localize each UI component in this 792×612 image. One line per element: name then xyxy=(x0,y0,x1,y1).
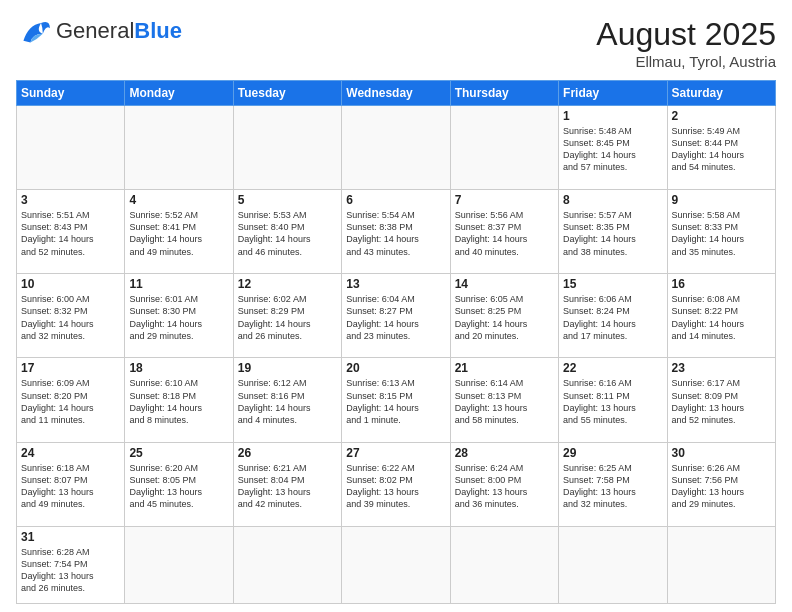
calendar-title: August 2025 xyxy=(596,16,776,53)
day-number: 31 xyxy=(21,530,120,544)
table-row: 7Sunrise: 5:56 AM Sunset: 8:37 PM Daylig… xyxy=(450,190,558,274)
day-number: 27 xyxy=(346,446,445,460)
day-number: 2 xyxy=(672,109,771,123)
col-saturday: Saturday xyxy=(667,81,775,106)
col-tuesday: Tuesday xyxy=(233,81,341,106)
table-row xyxy=(233,106,341,190)
day-number: 12 xyxy=(238,277,337,291)
calendar-row: 3Sunrise: 5:51 AM Sunset: 8:43 PM Daylig… xyxy=(17,190,776,274)
table-row: 11Sunrise: 6:01 AM Sunset: 8:30 PM Dayli… xyxy=(125,274,233,358)
day-info: Sunrise: 6:16 AM Sunset: 8:11 PM Dayligh… xyxy=(563,377,662,426)
day-info: Sunrise: 5:49 AM Sunset: 8:44 PM Dayligh… xyxy=(672,125,771,174)
table-row xyxy=(450,106,558,190)
day-number: 5 xyxy=(238,193,337,207)
day-number: 3 xyxy=(21,193,120,207)
day-number: 17 xyxy=(21,361,120,375)
table-row: 25Sunrise: 6:20 AM Sunset: 8:05 PM Dayli… xyxy=(125,442,233,526)
table-row: 15Sunrise: 6:06 AM Sunset: 8:24 PM Dayli… xyxy=(559,274,667,358)
day-number: 10 xyxy=(21,277,120,291)
day-info: Sunrise: 6:24 AM Sunset: 8:00 PM Dayligh… xyxy=(455,462,554,511)
header: GeneralBlue August 2025 Ellmau, Tyrol, A… xyxy=(16,16,776,70)
table-row: 18Sunrise: 6:10 AM Sunset: 8:18 PM Dayli… xyxy=(125,358,233,442)
table-row xyxy=(125,106,233,190)
day-info: Sunrise: 5:54 AM Sunset: 8:38 PM Dayligh… xyxy=(346,209,445,258)
col-wednesday: Wednesday xyxy=(342,81,450,106)
day-number: 7 xyxy=(455,193,554,207)
table-row: 8Sunrise: 5:57 AM Sunset: 8:35 PM Daylig… xyxy=(559,190,667,274)
day-info: Sunrise: 6:14 AM Sunset: 8:13 PM Dayligh… xyxy=(455,377,554,426)
table-row xyxy=(667,526,775,603)
table-row: 31Sunrise: 6:28 AM Sunset: 7:54 PM Dayli… xyxy=(17,526,125,603)
day-number: 22 xyxy=(563,361,662,375)
table-row xyxy=(342,106,450,190)
col-sunday: Sunday xyxy=(17,81,125,106)
logo-icon xyxy=(16,16,52,46)
table-row: 23Sunrise: 6:17 AM Sunset: 8:09 PM Dayli… xyxy=(667,358,775,442)
col-friday: Friday xyxy=(559,81,667,106)
day-number: 29 xyxy=(563,446,662,460)
calendar-row: 17Sunrise: 6:09 AM Sunset: 8:20 PM Dayli… xyxy=(17,358,776,442)
day-info: Sunrise: 6:06 AM Sunset: 8:24 PM Dayligh… xyxy=(563,293,662,342)
day-number: 30 xyxy=(672,446,771,460)
day-number: 6 xyxy=(346,193,445,207)
day-info: Sunrise: 6:09 AM Sunset: 8:20 PM Dayligh… xyxy=(21,377,120,426)
day-info: Sunrise: 6:21 AM Sunset: 8:04 PM Dayligh… xyxy=(238,462,337,511)
table-row xyxy=(17,106,125,190)
day-info: Sunrise: 6:26 AM Sunset: 7:56 PM Dayligh… xyxy=(672,462,771,511)
day-info: Sunrise: 5:58 AM Sunset: 8:33 PM Dayligh… xyxy=(672,209,771,258)
day-number: 20 xyxy=(346,361,445,375)
day-number: 21 xyxy=(455,361,554,375)
table-row: 19Sunrise: 6:12 AM Sunset: 8:16 PM Dayli… xyxy=(233,358,341,442)
day-number: 11 xyxy=(129,277,228,291)
day-info: Sunrise: 6:12 AM Sunset: 8:16 PM Dayligh… xyxy=(238,377,337,426)
day-info: Sunrise: 6:04 AM Sunset: 8:27 PM Dayligh… xyxy=(346,293,445,342)
logo-text: GeneralBlue xyxy=(56,18,182,44)
table-row: 28Sunrise: 6:24 AM Sunset: 8:00 PM Dayli… xyxy=(450,442,558,526)
day-info: Sunrise: 5:56 AM Sunset: 8:37 PM Dayligh… xyxy=(455,209,554,258)
day-number: 13 xyxy=(346,277,445,291)
table-row xyxy=(450,526,558,603)
col-monday: Monday xyxy=(125,81,233,106)
day-number: 14 xyxy=(455,277,554,291)
table-row: 3Sunrise: 5:51 AM Sunset: 8:43 PM Daylig… xyxy=(17,190,125,274)
day-number: 8 xyxy=(563,193,662,207)
calendar-header-row: Sunday Monday Tuesday Wednesday Thursday… xyxy=(17,81,776,106)
table-row: 22Sunrise: 6:16 AM Sunset: 8:11 PM Dayli… xyxy=(559,358,667,442)
day-number: 19 xyxy=(238,361,337,375)
day-info: Sunrise: 5:48 AM Sunset: 8:45 PM Dayligh… xyxy=(563,125,662,174)
day-info: Sunrise: 5:53 AM Sunset: 8:40 PM Dayligh… xyxy=(238,209,337,258)
table-row: 21Sunrise: 6:14 AM Sunset: 8:13 PM Dayli… xyxy=(450,358,558,442)
table-row: 16Sunrise: 6:08 AM Sunset: 8:22 PM Dayli… xyxy=(667,274,775,358)
calendar-row: 31Sunrise: 6:28 AM Sunset: 7:54 PM Dayli… xyxy=(17,526,776,603)
table-row: 20Sunrise: 6:13 AM Sunset: 8:15 PM Dayli… xyxy=(342,358,450,442)
day-number: 15 xyxy=(563,277,662,291)
table-row: 13Sunrise: 6:04 AM Sunset: 8:27 PM Dayli… xyxy=(342,274,450,358)
table-row: 29Sunrise: 6:25 AM Sunset: 7:58 PM Dayli… xyxy=(559,442,667,526)
day-number: 25 xyxy=(129,446,228,460)
calendar-body: 1Sunrise: 5:48 AM Sunset: 8:45 PM Daylig… xyxy=(17,106,776,604)
day-number: 4 xyxy=(129,193,228,207)
table-row: 5Sunrise: 5:53 AM Sunset: 8:40 PM Daylig… xyxy=(233,190,341,274)
day-number: 23 xyxy=(672,361,771,375)
table-row: 1Sunrise: 5:48 AM Sunset: 8:45 PM Daylig… xyxy=(559,106,667,190)
page: GeneralBlue August 2025 Ellmau, Tyrol, A… xyxy=(0,0,792,612)
table-row xyxy=(342,526,450,603)
col-thursday: Thursday xyxy=(450,81,558,106)
day-info: Sunrise: 6:25 AM Sunset: 7:58 PM Dayligh… xyxy=(563,462,662,511)
table-row: 6Sunrise: 5:54 AM Sunset: 8:38 PM Daylig… xyxy=(342,190,450,274)
calendar-subtitle: Ellmau, Tyrol, Austria xyxy=(596,53,776,70)
day-number: 28 xyxy=(455,446,554,460)
day-number: 18 xyxy=(129,361,228,375)
table-row: 9Sunrise: 5:58 AM Sunset: 8:33 PM Daylig… xyxy=(667,190,775,274)
table-row: 2Sunrise: 5:49 AM Sunset: 8:44 PM Daylig… xyxy=(667,106,775,190)
day-info: Sunrise: 6:20 AM Sunset: 8:05 PM Dayligh… xyxy=(129,462,228,511)
day-info: Sunrise: 6:08 AM Sunset: 8:22 PM Dayligh… xyxy=(672,293,771,342)
table-row: 12Sunrise: 6:02 AM Sunset: 8:29 PM Dayli… xyxy=(233,274,341,358)
day-number: 16 xyxy=(672,277,771,291)
day-info: Sunrise: 5:52 AM Sunset: 8:41 PM Dayligh… xyxy=(129,209,228,258)
table-row: 26Sunrise: 6:21 AM Sunset: 8:04 PM Dayli… xyxy=(233,442,341,526)
day-info: Sunrise: 6:10 AM Sunset: 8:18 PM Dayligh… xyxy=(129,377,228,426)
logo: GeneralBlue xyxy=(16,16,182,46)
table-row: 27Sunrise: 6:22 AM Sunset: 8:02 PM Dayli… xyxy=(342,442,450,526)
day-info: Sunrise: 6:17 AM Sunset: 8:09 PM Dayligh… xyxy=(672,377,771,426)
